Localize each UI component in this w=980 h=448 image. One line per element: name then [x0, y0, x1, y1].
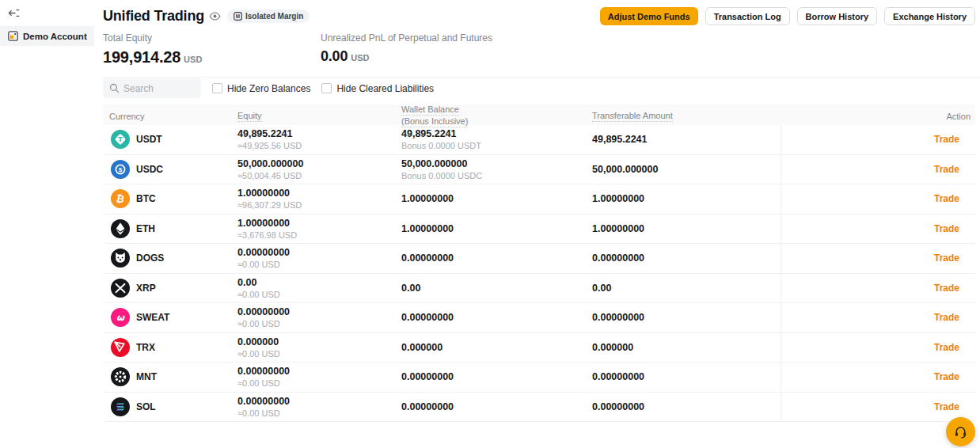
equity-value: 0.00000000: [237, 306, 401, 317]
transferable-amount-cell: 0.00000000: [592, 371, 781, 382]
margin-mode-label: Isolated Margin: [245, 12, 303, 21]
wallet-balance-value: 0.000000: [401, 342, 592, 353]
currency-symbol: MNT: [136, 371, 157, 382]
eth-icon: [111, 219, 130, 238]
transferable-amount-value: 0.00000000: [592, 401, 781, 412]
currency-symbol: BTC: [136, 193, 156, 204]
equity-cell: 0.00000000 ≈0.00 USD: [237, 306, 401, 328]
table-row-usdc: $ USDC 50,000.000000 ≈50,004.45 USD 50,0…: [103, 155, 975, 185]
transferable-amount-cell: 49,895.2241: [592, 134, 781, 145]
equity-cell: 1.00000000 ≈96,307.29 USD: [237, 188, 401, 210]
trade-link[interactable]: Trade: [934, 252, 959, 264]
margin-mode-badge: M Isolated Margin: [227, 9, 310, 23]
currency-cell: MNT: [103, 367, 237, 386]
table-row-usdt: T USDT 49,895.2241 ≈49,925.56 USD 49,895…: [103, 125, 975, 155]
support-button[interactable]: [946, 417, 975, 446]
demo-account-icon: [8, 31, 18, 41]
header-actions: Adjust Demo Funds Transaction LogBorrow …: [600, 7, 975, 25]
currency-symbol: DOGS: [136, 252, 164, 264]
collapse-sidebar-icon[interactable]: [8, 7, 22, 18]
checkbox-box[interactable]: [321, 83, 332, 93]
table-row-sweat: ω SWEAT 0.00000000 ≈0.00 USD 0.00000000 …: [103, 303, 975, 333]
trade-link[interactable]: Trade: [934, 312, 959, 323]
trx-icon: [111, 338, 130, 357]
total-equity-stat: Total Equity 199,914.28 USD: [103, 32, 321, 66]
equity-value: 1.00000000: [237, 218, 401, 229]
equity-usd-value: ≈3,676.98 USD: [237, 230, 401, 240]
wallet-balance-cell: 0.00000000: [401, 312, 592, 323]
trade-link[interactable]: Trade: [934, 401, 959, 412]
column-header-transferable-amount: Transferable Amount: [592, 111, 781, 122]
checkbox-label: Hide Zero Balances: [227, 83, 310, 94]
hide-cleared-liabilities-checkbox[interactable]: Hide Cleared Liabilities: [321, 83, 434, 94]
trade-link[interactable]: Trade: [934, 164, 959, 175]
table-row-eth: ETH 1.00000000 ≈3,676.98 USD 1.00000000 …: [103, 215, 975, 245]
column-header-wallet-balance: Wallet Balance (Bonus Inclusive): [401, 104, 592, 127]
currency-symbol: TRX: [136, 342, 155, 353]
sidebar-item-label: Demo Account: [23, 32, 87, 41]
exchange-history-button[interactable]: Exchange History: [884, 7, 975, 25]
action-cell: Trade: [781, 184, 975, 214]
trade-link[interactable]: Trade: [934, 223, 959, 234]
wallet-balance-value: 50,000.000000: [401, 158, 592, 169]
transferable-amount-cell: 0.00000000: [592, 312, 781, 323]
search-input[interactable]: [123, 83, 190, 94]
trade-link[interactable]: Trade: [934, 283, 959, 294]
unrealized-pnl-label: Unrealized PnL of Perpetual and Futures: [321, 32, 492, 44]
sidebar: Demo Account: [0, 0, 95, 448]
equity-value: 0.000000: [237, 336, 401, 347]
svg-text:T: T: [118, 135, 123, 144]
equity-usd-value: ≈0.00 USD: [237, 378, 401, 388]
search-box[interactable]: [103, 78, 201, 98]
equity-stats: Total Equity 199,914.28 USD Unrealized P…: [103, 32, 492, 66]
action-cell: Trade: [781, 125, 975, 154]
section-divider: [103, 77, 980, 78]
equity-cell: 0.00000000 ≈0.00 USD: [237, 396, 401, 418]
search-icon: [109, 83, 120, 93]
equity-cell: 50,000.000000 ≈50,004.45 USD: [237, 158, 401, 180]
wallet-balance-value: 1.00000000: [401, 223, 592, 234]
usdc-icon: $: [111, 160, 130, 179]
margin-mode-icon: M: [234, 12, 242, 21]
sol-icon: [111, 397, 130, 416]
sweat-icon: ω: [111, 308, 130, 327]
equity-value: 0.00000000: [237, 396, 401, 407]
dogs-icon: [111, 249, 130, 268]
table-header: Currency Equity Wallet Balance (Bonus In…: [103, 104, 975, 125]
trade-link[interactable]: Trade: [934, 193, 959, 204]
action-cell: Trade: [781, 363, 975, 392]
action-cell: Trade: [781, 155, 975, 184]
equity-usd-value: ≈50,004.45 USD: [237, 171, 401, 180]
trade-link[interactable]: Trade: [934, 134, 959, 145]
wallet-balance-cell: 1.00000000: [401, 193, 592, 204]
column-header-currency: Currency: [103, 112, 237, 121]
wallet-balance-cell: 1.00000000: [401, 223, 592, 234]
borrow-history-button[interactable]: Borrow History: [797, 7, 877, 25]
svg-text:ω: ω: [116, 312, 125, 323]
currency-symbol: SWEAT: [136, 312, 169, 323]
trade-link[interactable]: Trade: [934, 342, 959, 353]
wallet-balance-value: 0.00000000: [401, 252, 592, 264]
wallet-balance-cell: 0.000000: [401, 342, 592, 353]
checkbox-box[interactable]: [212, 83, 222, 93]
xrp-icon: [111, 279, 130, 298]
wallet-balance-cell: 49,895.2241 Bonus 0.0000 USDT: [401, 128, 592, 150]
action-cell: Trade: [781, 244, 975, 273]
transferable-amount-value: 0.00: [592, 283, 781, 294]
hide-zero-balances-checkbox[interactable]: Hide Zero Balances: [212, 83, 310, 94]
action-cell: Trade: [781, 393, 975, 422]
eye-icon[interactable]: [209, 12, 221, 21]
equity-usd-value: ≈0.00 USD: [237, 290, 401, 299]
equity-cell: 0.00 ≈0.00 USD: [237, 277, 401, 299]
equity-cell: 49,895.2241 ≈49,925.56 USD: [237, 128, 401, 150]
transferable-amount-value: 1.00000000: [592, 223, 781, 234]
transferable-amount-cell: 1.00000000: [592, 223, 781, 234]
adjust-demo-funds-button[interactable]: Adjust Demo Funds: [600, 7, 698, 25]
transaction-log-button[interactable]: Transaction Log: [705, 7, 790, 25]
equity-usd-value: ≈0.00 USD: [237, 260, 401, 269]
sidebar-item-demo-account[interactable]: Demo Account: [0, 26, 94, 46]
trade-link[interactable]: Trade: [934, 371, 959, 382]
equity-value: 50,000.000000: [237, 158, 401, 169]
assets-table: Currency Equity Wallet Balance (Bonus In…: [103, 104, 975, 422]
currency-symbol: USDC: [136, 164, 163, 175]
